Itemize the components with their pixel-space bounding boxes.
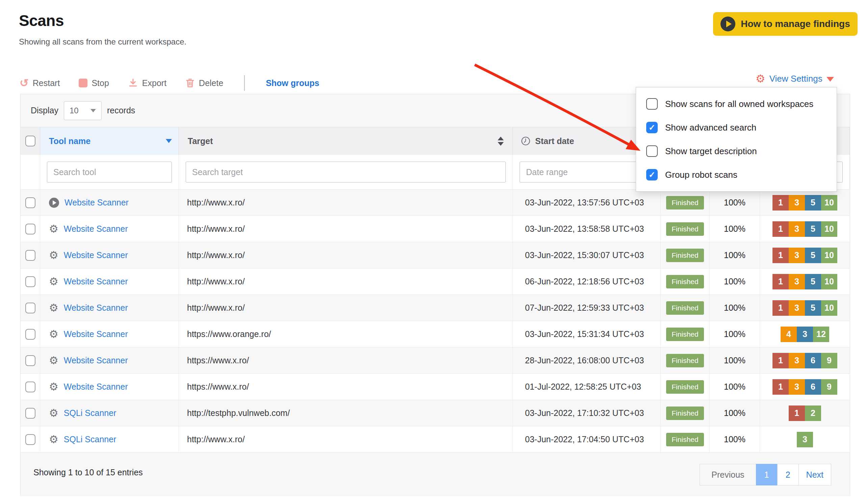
how-to-button-label: How to manage findings	[741, 19, 850, 29]
progress-cell: 100%	[710, 216, 760, 242]
row-checkbox[interactable]	[25, 381, 35, 392]
status-badge: Finished	[666, 354, 703, 367]
view-settings-menu-item[interactable]: Show target description	[636, 139, 837, 163]
stop-button[interactable]: Stop	[79, 78, 109, 88]
checkbox-unchecked[interactable]	[646, 145, 658, 157]
how-to-manage-findings-button[interactable]: How to manage findings	[713, 12, 857, 36]
tool-link[interactable]: Website Scanner	[64, 303, 128, 313]
gear-icon: ⚙	[756, 73, 765, 84]
progress-cell: 100%	[710, 268, 760, 295]
search-tool-input[interactable]	[47, 162, 172, 183]
menu-item-label: Show advanced search	[665, 123, 756, 133]
start-date-cell: 28-Jun-2022, 16:08:00 UTC+03	[513, 347, 661, 374]
finding-count-medium: 4	[780, 327, 797, 342]
finding-count-medium: 3	[789, 195, 805, 210]
gear-icon: ⚙	[49, 381, 58, 392]
row-checkbox[interactable]	[25, 302, 35, 313]
gear-icon: ⚙	[49, 302, 58, 313]
row-checkbox[interactable]	[25, 224, 35, 234]
finding-count-info: 10	[821, 274, 837, 289]
restart-button[interactable]: ↺ Restart	[20, 78, 60, 88]
findings-bar[interactable]: 13510	[773, 221, 837, 237]
page-button-2[interactable]: 2	[777, 464, 799, 485]
view-settings-menu-item[interactable]: ✓Show advanced search	[636, 116, 837, 139]
table-footer: Showing 1 to 10 of 15 entries Previous12…	[21, 453, 850, 496]
row-checkbox[interactable]	[25, 197, 35, 208]
checkbox-checked[interactable]: ✓	[646, 169, 658, 181]
row-checkbox[interactable]	[25, 329, 35, 340]
export-button[interactable]: Export	[128, 78, 166, 88]
finding-count-medium: 3	[789, 248, 805, 263]
finding-count-medium: 3	[789, 353, 805, 368]
finding-count-low: 5	[805, 300, 821, 316]
status-badge: Finished	[666, 433, 703, 446]
row-checkbox[interactable]	[25, 355, 35, 366]
delete-button[interactable]: Delete	[185, 78, 223, 88]
row-checkbox[interactable]	[25, 250, 35, 261]
tool-link[interactable]: Website Scanner	[64, 224, 128, 234]
finding-count-info: 9	[821, 379, 837, 395]
page-button-1[interactable]: 1	[756, 464, 778, 485]
tool-link[interactable]: SQLi Scanner	[64, 435, 116, 444]
view-settings-menu-item[interactable]: Show scans for all owned workspaces	[636, 92, 837, 116]
column-header-tool-name[interactable]: Tool name	[40, 127, 179, 155]
target-cell: https://www.x.ro/	[179, 374, 513, 400]
search-target-input[interactable]	[186, 162, 506, 183]
row-checkbox[interactable]	[25, 434, 35, 445]
finding-count-high: 1	[773, 195, 789, 210]
tool-link[interactable]: SQLi Scanner	[64, 408, 116, 418]
tool-link[interactable]: Website Scanner	[64, 329, 128, 339]
findings-bar[interactable]: 1369	[773, 353, 837, 368]
chevron-down-icon	[90, 109, 96, 112]
tool-link[interactable]: Website Scanner	[65, 198, 129, 207]
checkbox-checked[interactable]: ✓	[646, 122, 658, 133]
target-cell: http://testphp.vulnweb.com/	[179, 400, 513, 426]
play-circle-icon	[721, 16, 735, 31]
progress-cell: 100%	[710, 190, 760, 216]
chevron-down-icon	[826, 77, 834, 82]
status-badge: Finished	[666, 275, 703, 288]
findings-bar[interactable]: 13510	[773, 274, 837, 289]
findings-bar[interactable]: 13510	[773, 195, 837, 210]
finding-count-low: 6	[805, 379, 821, 395]
checkbox-unchecked[interactable]	[646, 98, 658, 110]
tool-link[interactable]: Website Scanner	[64, 356, 128, 365]
show-groups-link[interactable]: Show groups	[266, 78, 319, 88]
findings-bar[interactable]: 13510	[773, 248, 837, 263]
finding-count-info: 2	[805, 405, 821, 421]
page-subtitle: Showing all scans from the current works…	[19, 37, 186, 47]
view-settings-dropdown-toggle[interactable]: ⚙ View Settings	[756, 71, 834, 86]
findings-bar[interactable]: 12	[789, 405, 821, 421]
display-label: Display	[31, 106, 58, 115]
table-row: ⚙ SQLi Scanner http://www.x.ro/ 03-Jun-2…	[21, 426, 850, 453]
tool-link[interactable]: Website Scanner	[64, 277, 128, 286]
column-header-target[interactable]: Target	[179, 127, 513, 155]
pagination: Previous12Next	[700, 464, 831, 485]
progress-cell: 100%	[710, 295, 760, 321]
row-checkbox[interactable]	[25, 408, 35, 419]
finding-count-medium: 3	[789, 274, 805, 289]
row-checkbox[interactable]	[25, 276, 35, 287]
gear-icon: ⚙	[49, 250, 58, 261]
tool-link[interactable]: Website Scanner	[64, 250, 128, 260]
tool-link[interactable]: Website Scanner	[64, 382, 128, 392]
findings-bar[interactable]: 3	[797, 432, 813, 447]
progress-cell: 100%	[710, 321, 760, 347]
select-all-checkbox[interactable]	[25, 136, 35, 146]
view-settings-menu-item[interactable]: ✓Group robot scans	[636, 163, 837, 186]
status-badge: Finished	[666, 196, 703, 209]
table-row: ⚙ Website Scanner http://www.x.ro/ 07-Ju…	[21, 295, 850, 321]
page-button-previous[interactable]: Previous	[700, 464, 756, 485]
status-badge: Finished	[666, 249, 703, 262]
progress-cell: 100%	[710, 347, 760, 374]
target-cell: http://www.x.ro/	[179, 426, 513, 453]
findings-bar[interactable]: 13510	[773, 300, 837, 316]
finding-count-info: 10	[821, 221, 837, 237]
page-title: Scans	[19, 11, 186, 30]
records-per-page-select[interactable]: 10	[64, 101, 102, 120]
start-date-cell: 01-Jul-2022, 12:58:25 UTC+03	[513, 374, 661, 400]
findings-bar[interactable]: 1369	[773, 379, 837, 395]
page-button-next[interactable]: Next	[799, 464, 831, 485]
date-range-input[interactable]	[520, 162, 654, 183]
findings-bar[interactable]: 4312	[780, 327, 829, 342]
